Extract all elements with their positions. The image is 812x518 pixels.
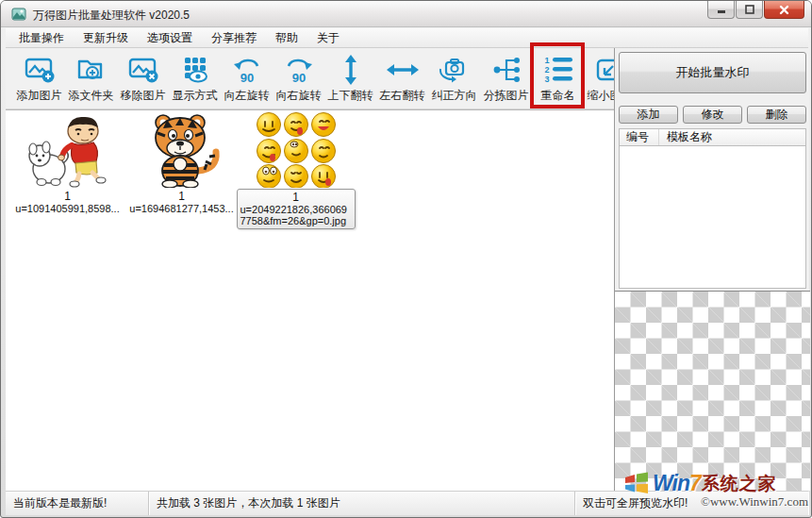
title-bar: 万得图片批量处理软件 v2020.5 bbox=[1, 1, 811, 27]
toolbar-item-orientation-fix[interactable]: 纠正方向 bbox=[428, 52, 480, 109]
thumbnail-index: 1 bbox=[178, 190, 185, 203]
filename-tooltip: 1 u=2049221826,366069 7758&fm=26&gp=0.jp… bbox=[237, 189, 356, 229]
toolbar: 添加图片 添文件夹 移除图片 bbox=[6, 48, 614, 109]
toolbar-item-remove-image[interactable]: 移除图片 bbox=[117, 52, 169, 109]
template-add-button[interactable]: 添加 bbox=[619, 106, 678, 124]
rotate-right-badge: 90 bbox=[291, 71, 305, 85]
brand-7-text: 7 bbox=[689, 473, 702, 494]
toolbar-item-label: 向右旋转 bbox=[276, 88, 322, 104]
toolbar-item-label: 添文件夹 bbox=[69, 88, 114, 104]
rename-digit-3: 3 bbox=[544, 75, 549, 84]
menu-options[interactable]: 选项设置 bbox=[138, 27, 202, 49]
gallery-item[interactable]: 1 u=2049221826,366069 7758&fm=26&gp=0.jp… bbox=[239, 112, 353, 229]
shrink-image-icon bbox=[593, 52, 615, 88]
thumbnail-filename: u=1091405991,8598... bbox=[15, 203, 119, 214]
toolbar-item-shrink-image[interactable]: 缩小图片 bbox=[584, 52, 614, 109]
toolbar-item-label: 缩小图片 bbox=[588, 88, 615, 104]
toolbar-item-rotate-right[interactable]: 90 向右旋转 bbox=[273, 52, 324, 109]
menu-help[interactable]: 帮助 bbox=[266, 27, 307, 49]
menu-about[interactable]: 关于 bbox=[307, 27, 349, 49]
thumbnail-emoji-grid bbox=[253, 112, 340, 188]
remove-image-icon bbox=[126, 52, 160, 88]
thumbnail-index: 1 bbox=[64, 190, 71, 203]
toolbar-item-sort-images[interactable]: 分拣图片 bbox=[480, 52, 532, 109]
tooltip-filename-line2: 7758&fm=26&gp=0.jpg bbox=[240, 215, 352, 226]
minimize-button[interactable] bbox=[707, 1, 735, 19]
flip-vertical-icon bbox=[334, 52, 368, 88]
template-list-header: 编号 模板名称 bbox=[619, 128, 806, 146]
site-watermark: Win 7 系统之家 ©www.Winwin7.com bbox=[623, 472, 808, 508]
menu-batch-operations[interactable]: 批量操作 bbox=[9, 27, 74, 49]
toolbar-item-label: 重命名 bbox=[541, 88, 575, 104]
image-list-area[interactable]: 1 u=1091405991,8598... bbox=[6, 109, 614, 491]
template-delete-button[interactable]: 删除 bbox=[747, 106, 806, 124]
gallery: 1 u=1091405991,8598... bbox=[10, 112, 353, 229]
thumbnail-shinchan bbox=[21, 112, 115, 188]
start-batch-watermark-button[interactable]: 开始批量水印 bbox=[619, 52, 806, 93]
column-header-id[interactable]: 编号 bbox=[620, 129, 659, 145]
rename-digit-1: 1 bbox=[544, 56, 549, 65]
toolbar-item-rename[interactable]: 1 2 3 重命名 bbox=[532, 52, 584, 109]
maximize-button[interactable] bbox=[736, 1, 763, 19]
toolbar-item-label: 添加图片 bbox=[17, 88, 62, 104]
thumbnail-tiger bbox=[139, 112, 225, 188]
toolbar-item-flip-horizontal[interactable]: 左右翻转 bbox=[376, 52, 428, 109]
watermark-preview-area[interactable] bbox=[615, 291, 810, 491]
rotate-right-icon: 90 bbox=[281, 52, 317, 88]
brand-win-text: Win bbox=[653, 473, 689, 494]
toolbar-item-label: 上下翻转 bbox=[328, 88, 373, 104]
rename-digit-2: 2 bbox=[544, 65, 549, 75]
rotate-left-badge: 90 bbox=[240, 71, 253, 85]
brand-cn-text: 系统之家 bbox=[702, 475, 777, 493]
toolbar-item-label: 左右翻转 bbox=[380, 88, 425, 104]
display-mode-icon bbox=[178, 52, 212, 88]
brand-url-text: ©www.Winwin7.com bbox=[623, 494, 808, 510]
toolbar-item-flip-vertical[interactable]: 上下翻转 bbox=[324, 52, 376, 109]
gallery-item[interactable]: 1 u=1091405991,8598... bbox=[10, 112, 124, 229]
gallery-item[interactable]: 1 u=1694681277,1453... bbox=[124, 112, 239, 229]
window-controls bbox=[706, 1, 804, 19]
app-icon bbox=[11, 7, 26, 22]
tooltip-index: 1 bbox=[240, 191, 352, 204]
rotate-left-icon: 90 bbox=[229, 52, 265, 88]
toolbar-item-rotate-left[interactable]: 90 向左旋转 bbox=[221, 52, 273, 109]
menu-share[interactable]: 分享推荐 bbox=[202, 27, 266, 49]
template-list[interactable] bbox=[619, 146, 806, 289]
watermark-template-panel: 开始批量水印 添加 修改 删除 编号 模板名称 bbox=[614, 48, 809, 491]
windows-flag-icon bbox=[623, 472, 650, 494]
toolbar-item-label: 移除图片 bbox=[121, 88, 166, 104]
status-version: 当前版本是最新版! bbox=[6, 492, 149, 515]
toolbar-item-add-folder[interactable]: 添文件夹 bbox=[65, 52, 117, 109]
close-button[interactable] bbox=[764, 1, 804, 19]
column-header-name[interactable]: 模板名称 bbox=[659, 129, 712, 145]
toolbar-item-add-image[interactable]: 添加图片 bbox=[13, 52, 65, 109]
template-modify-button[interactable]: 修改 bbox=[683, 106, 742, 124]
add-image-icon bbox=[23, 52, 57, 88]
app-window: 万得图片批量处理软件 v2020.5 批量操作 更新升级 选项设置 分享推荐 帮… bbox=[0, 0, 812, 518]
tooltip-filename-line1: u=2049221826,366069 bbox=[240, 204, 352, 215]
flip-horizontal-icon bbox=[386, 52, 420, 88]
status-load-count: 共加载 3 张图片，本次加载 1 张图片 bbox=[149, 492, 575, 515]
toolbar-item-label: 显示方式 bbox=[173, 88, 218, 104]
toolbar-item-label: 分拣图片 bbox=[484, 88, 529, 104]
thumbnail-filename: u=1694681277,1453... bbox=[129, 203, 233, 214]
orientation-fix-icon bbox=[437, 52, 472, 88]
sort-images-icon bbox=[489, 52, 523, 88]
menu-bar: 批量操作 更新升级 选项设置 分享推荐 帮助 关于 bbox=[6, 28, 808, 48]
menu-update[interactable]: 更新升级 bbox=[74, 27, 138, 49]
toolbar-item-label: 向左旋转 bbox=[224, 88, 270, 104]
toolbar-item-label: 纠正方向 bbox=[432, 88, 477, 104]
window-title: 万得图片批量处理软件 v2020.5 bbox=[33, 8, 190, 24]
add-folder-icon bbox=[75, 52, 108, 88]
rename-icon: 1 2 3 bbox=[540, 52, 576, 88]
toolbar-item-display-mode[interactable]: 显示方式 bbox=[169, 52, 221, 109]
